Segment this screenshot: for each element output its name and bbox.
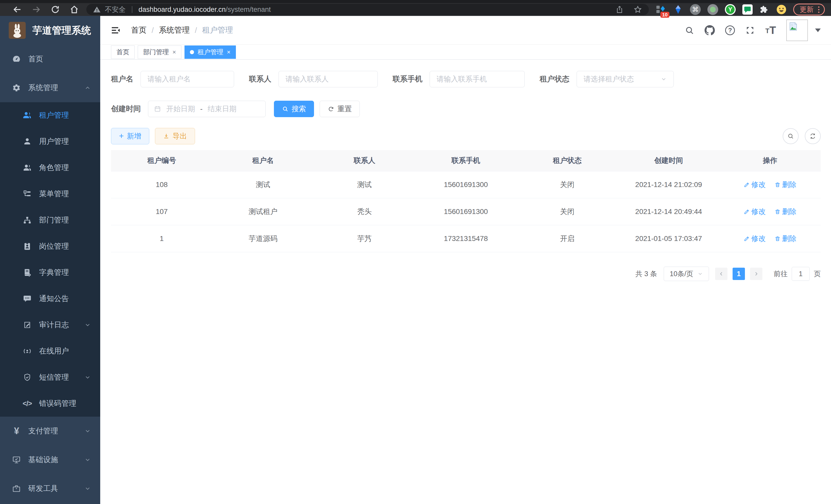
sidebar-toggle-icon[interactable]	[111, 25, 121, 35]
dashboard-icon	[12, 55, 21, 63]
sidebar: 芋道管理系统 首页 系统管理 租户管理 用户管理	[0, 16, 100, 504]
sidebar-item-post[interactable]: 岗位管理	[0, 233, 100, 260]
table-row: 107 测试租户 秃头 15601691300 关闭 2021-12-14 20…	[111, 198, 821, 225]
status-select[interactable]: 请选择租户状态	[577, 71, 674, 87]
col-contact: 联系人	[314, 150, 415, 171]
edit-icon	[744, 236, 750, 242]
contact-input[interactable]	[279, 71, 378, 87]
browser-reload-icon[interactable]	[50, 5, 60, 14]
font-size-icon[interactable]: TT	[765, 25, 776, 35]
edit-link[interactable]: 修改	[744, 180, 766, 189]
sidebar-item-pay[interactable]: ¥ 支付管理	[0, 417, 100, 445]
edit-label: 修改	[751, 180, 766, 189]
cell-created: 2021-01-05 17:03:47	[618, 225, 719, 252]
toggle-search-button[interactable]	[783, 128, 799, 144]
edit-icon	[744, 209, 750, 215]
search-label: 搜索	[292, 104, 306, 114]
browser-back-icon[interactable]	[12, 5, 22, 14]
edit-link[interactable]: 修改	[744, 234, 766, 243]
col-status: 租户状态	[516, 150, 618, 171]
avatar-caret-icon[interactable]	[815, 29, 821, 32]
sidebar-item-home[interactable]: 首页	[0, 45, 100, 73]
extensions-puzzle-icon[interactable]	[759, 5, 769, 14]
sidebar-item-label: 部门管理	[39, 215, 69, 225]
breadcrumb: 首页 / 系统管理 / 租户管理	[131, 25, 233, 35]
add-button[interactable]: + 新增	[111, 128, 149, 144]
header-search-icon[interactable]	[685, 25, 694, 35]
sidebar-item-label: 短信管理	[39, 372, 69, 383]
share-icon[interactable]	[615, 5, 624, 13]
url-path: /system/tenant	[226, 6, 271, 13]
delete-link[interactable]: 删除	[774, 180, 797, 189]
browser-menu-icon[interactable]	[817, 5, 821, 14]
refresh-table-button[interactable]	[805, 128, 821, 144]
extension-kite-icon[interactable]	[673, 4, 683, 14]
sidebar-item-dict[interactable]: 字典管理	[0, 260, 100, 286]
breadcrumb-home[interactable]: 首页	[131, 25, 146, 35]
extension-green-dot-icon[interactable]	[708, 4, 718, 15]
delete-label: 删除	[782, 180, 797, 189]
chevron-down-icon	[84, 485, 91, 492]
app-logo	[9, 22, 26, 39]
breadcrumb-system[interactable]: 系统管理	[159, 25, 190, 35]
browser-forward-icon[interactable]	[31, 5, 41, 14]
page-size-select[interactable]: 10条/页	[664, 267, 709, 281]
cell-created: 2021-12-14 21:02:09	[618, 171, 719, 198]
breadcrumb-current: 租户管理	[202, 25, 233, 35]
export-button[interactable]: 导出	[155, 128, 195, 144]
close-icon[interactable]: ×	[172, 49, 176, 56]
sidebar-item-infra[interactable]: 基础设施	[0, 445, 100, 474]
sidebar-item-role[interactable]: 角色管理	[0, 155, 100, 181]
phone-input[interactable]	[430, 71, 525, 87]
sidebar-item-label: 通知公告	[39, 294, 69, 304]
sidebar-item-online-users[interactable]: 在线用户	[0, 338, 100, 364]
delete-label: 删除	[782, 207, 797, 216]
help-icon[interactable]: ?	[725, 25, 735, 35]
address-bar[interactable]: 不安全 dashboard.yudao.iocoder.cn/system/te…	[86, 4, 649, 15]
edit-link[interactable]: 修改	[744, 207, 766, 216]
prev-page-button[interactable]	[715, 268, 727, 280]
extension-tabs-icon[interactable]: 10	[655, 4, 666, 15]
github-icon[interactable]	[705, 25, 715, 35]
tag-dept[interactable]: 部门管理 ×	[138, 46, 181, 59]
profile-emoji-icon[interactable]	[776, 4, 787, 15]
browser-update-button[interactable]: 更新	[793, 4, 825, 16]
search-button[interactable]: 搜索	[274, 101, 314, 117]
security-label[interactable]: 不安全	[105, 5, 126, 14]
app-logo-row[interactable]: 芋道管理系统	[0, 16, 100, 45]
browser-home-icon[interactable]	[69, 5, 79, 14]
sidebar-item-menu[interactable]: 菜单管理	[0, 181, 100, 207]
next-page-button[interactable]	[750, 268, 763, 280]
extension-chat-icon[interactable]	[742, 4, 753, 14]
tag-tenant-active[interactable]: 租户管理 ×	[184, 46, 236, 59]
sidebar-item-tenant[interactable]: 租户管理	[0, 102, 100, 128]
extension-command-icon[interactable]: ⌘	[690, 4, 701, 15]
sidebar-item-dev-tools[interactable]: 研发工具	[0, 474, 100, 503]
cell-id: 107	[111, 198, 212, 225]
sidebar-item-notice[interactable]: 通知公告	[0, 286, 100, 312]
bookmark-star-icon[interactable]	[633, 5, 642, 14]
close-icon[interactable]: ×	[227, 49, 230, 56]
reset-button[interactable]: 重置	[320, 101, 360, 117]
sidebar-item-sms[interactable]: 短信管理	[0, 364, 100, 390]
org-tree-icon	[23, 216, 32, 225]
chat-bubble-icon	[23, 294, 32, 303]
tenant-name-input[interactable]	[141, 71, 234, 87]
delete-link[interactable]: 删除	[774, 207, 797, 216]
sidebar-item-user[interactable]: 用户管理	[0, 128, 100, 155]
sidebar-item-system[interactable]: 系统管理	[0, 73, 100, 102]
extension-y-icon[interactable]: Y	[725, 4, 736, 15]
goto-page-input[interactable]	[792, 267, 810, 281]
tag-label: 租户管理	[198, 48, 223, 56]
fullscreen-icon[interactable]	[745, 25, 755, 35]
delete-link[interactable]: 删除	[774, 234, 797, 243]
sidebar-item-label: 系统管理	[28, 83, 58, 93]
tag-home[interactable]: 首页	[111, 46, 135, 59]
avatar[interactable]	[786, 20, 808, 41]
sidebar-item-dept[interactable]: 部门管理	[0, 207, 100, 233]
url-text[interactable]: dashboard.yudao.iocoder.cn/system/tenant	[139, 6, 271, 13]
date-range-picker[interactable]: 开始日期 - 结束日期	[148, 101, 266, 117]
sidebar-item-audit-log[interactable]: 审计日志	[0, 312, 100, 338]
sidebar-item-error-code[interactable]: </> 错误码管理	[0, 390, 100, 417]
page-number-active[interactable]: 1	[733, 268, 745, 280]
